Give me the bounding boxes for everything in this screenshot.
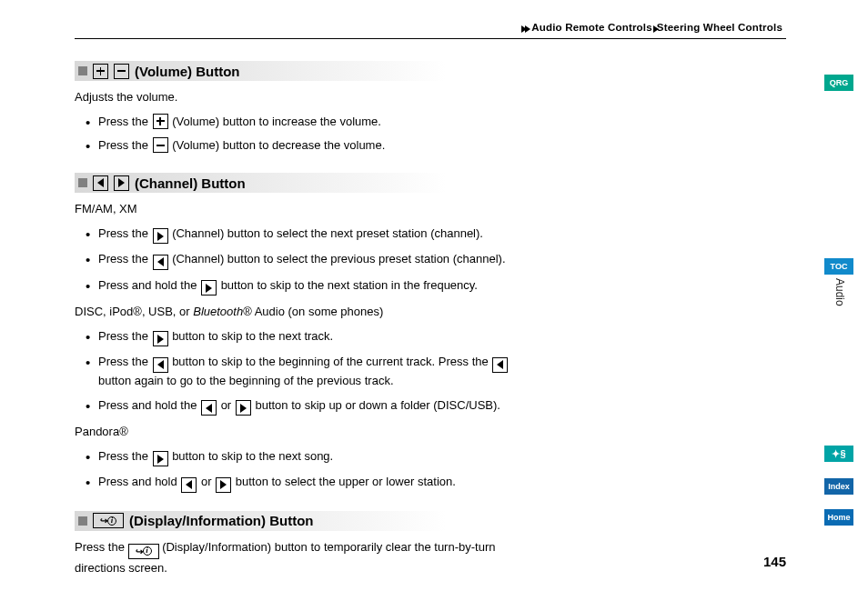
- square-bullet-icon: [78, 66, 87, 75]
- plus-icon: [153, 114, 168, 129]
- section-title: (Display/Information) Button: [129, 513, 314, 528]
- header-rule: [75, 38, 786, 39]
- side-tabs: QRG TOC Audio ✦§ Index Home: [817, 0, 853, 591]
- right-arrow-icon: [201, 280, 217, 296]
- section-channel-header: (Channel) Button: [75, 173, 528, 193]
- list-item: Press and hold the or button to skip up …: [89, 397, 528, 416]
- section-display-header: ↪ (Display/Information) Button: [75, 511, 528, 531]
- tab-index[interactable]: Index: [824, 478, 853, 495]
- list-item: Press the button to skip to the beginnin…: [89, 354, 528, 389]
- breadcrumb: Audio Remote ControlsSteering Wheel Cont…: [75, 22, 786, 35]
- right-arrow-icon: [153, 228, 168, 244]
- right-arrow-icon: [216, 477, 231, 493]
- list-item: Press the (Channel) button to select the…: [89, 251, 528, 270]
- channel-disc-label: DISC, iPod®, USB, or Bluetooth® Audio (o…: [75, 303, 528, 321]
- list-item: Press and hold the button to skip to the…: [89, 277, 528, 296]
- right-arrow-icon: [153, 451, 168, 466]
- minus-icon: [114, 64, 129, 79]
- plus-icon: [93, 64, 108, 79]
- channel-fmam-label: FM/AM, XM: [75, 200, 528, 218]
- section-title: (Channel) Button: [135, 175, 246, 191]
- left-arrow-icon: [153, 357, 168, 373]
- display-info-icon: ↪: [93, 513, 124, 528]
- minus-icon: [153, 137, 168, 153]
- left-arrow-icon: [181, 477, 197, 493]
- breadcrumb-b: Steering Wheel Controls: [657, 22, 782, 33]
- right-arrow-icon: [236, 400, 251, 416]
- list-item: Press the button to skip to the next son…: [89, 448, 528, 467]
- volume-intro: Adjusts the volume.: [75, 88, 528, 106]
- tab-qrg[interactable]: QRG: [824, 75, 853, 91]
- tab-toc[interactable]: TOC: [824, 258, 853, 275]
- left-arrow-icon: [153, 255, 168, 270]
- tab-help[interactable]: ✦§: [824, 446, 853, 462]
- left-arrow-icon: [492, 357, 508, 373]
- page-number: 145: [763, 554, 786, 569]
- list-item: Press and hold or button to select the u…: [89, 474, 528, 493]
- left-arrow-icon: [201, 400, 217, 416]
- section-volume-header: (Volume) Button: [75, 61, 528, 81]
- volume-decrease-item: Press the (Volume) button to decrease th…: [89, 137, 528, 155]
- volume-increase-item: Press the (Volume) button to increase th…: [89, 114, 528, 131]
- list-item: Press the button to skip to the next tra…: [89, 328, 528, 347]
- breadcrumb-a: Audio Remote Controls: [531, 22, 652, 33]
- section-title: (Volume) Button: [135, 64, 240, 79]
- square-bullet-icon: [78, 178, 87, 187]
- tab-home[interactable]: Home: [824, 509, 853, 526]
- tab-audio[interactable]: Audio: [833, 278, 846, 306]
- display-info-icon: ↪: [128, 544, 159, 559]
- right-arrow-icon: [153, 331, 168, 346]
- channel-pandora-label: Pandora®: [75, 423, 528, 441]
- right-arrow-icon: [114, 175, 129, 191]
- left-arrow-icon: [93, 175, 108, 191]
- square-bullet-icon: [78, 516, 87, 526]
- display-body: Press the ↪ (Display/Information) button…: [75, 538, 528, 577]
- list-item: Press the (Channel) button to select the…: [89, 225, 528, 245]
